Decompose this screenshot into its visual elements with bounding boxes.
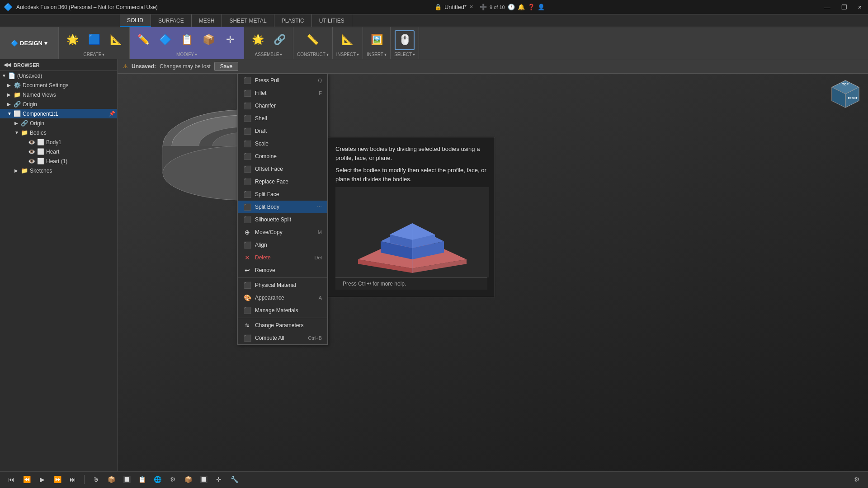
tree-item-origin-root[interactable]: ▶ 🔗 Origin [0,99,117,109]
menu-item-combine[interactable]: ⬛ Combine [238,150,327,163]
construct-plane-btn[interactable]: 📏 [303,30,323,50]
menu-item-split-face[interactable]: ⬛ Split Face [238,188,327,201]
minimize-button[interactable]: — [821,3,833,12]
menu-item-change-params[interactable]: fx Change Parameters [238,319,327,332]
assemble-joint-btn[interactable]: 🔗 [269,30,289,50]
tab-plastic[interactable]: PLASTIC [274,14,312,27]
select-tool-btn[interactable]: 🖱️ [395,30,415,50]
menu-item-fillet[interactable]: ⬛ Fillet F [238,87,327,99]
create-sketch-btn[interactable]: 📐 [106,30,126,50]
tab-solid[interactable]: SOLID [120,14,151,27]
tree-item-bodies[interactable]: ▼ 📁 Bodies [0,128,117,137]
assemble-label[interactable]: ASSEMBLE ▾ [255,52,283,57]
viewport-3d[interactable]: TOP FRONT ⬛ Press Pull Q ⬛ [118,74,868,471]
axis-cube-navigator[interactable]: TOP FRONT [827,78,863,114]
tree-item-named-views[interactable]: ▶ 📁 Named Views [0,90,117,99]
menu-item-appearance[interactable]: 🎨 Appearance A [238,291,327,304]
menu-item-move-copy[interactable]: ⊕ Move/Copy M [238,226,327,239]
menu-label-split-body: Split Body [255,204,279,210]
new-tab-icon[interactable]: ➕ [480,4,487,10]
tab-mesh[interactable]: MESH [192,14,222,27]
modify-move-btn[interactable]: ✛ [220,30,240,50]
menu-item-offset-face[interactable]: ⬛ Offset Face [238,163,327,175]
joint-status-btn[interactable]: 🔲 [198,474,209,485]
menu-item-silhouette-split[interactable]: ⬛ Silhouette Split [238,213,327,226]
tree-item-doc-settings[interactable]: ▶ ⚙️ Document Settings [0,80,117,90]
menu-item-physical-material[interactable]: ⬛ Physical Material [238,279,327,291]
settings-status-button[interactable]: ⚙ [851,474,863,485]
assemble-new-joint-btn[interactable]: 🌟 [248,30,268,50]
tree-item-heart1[interactable]: 👁️ ⬜ Heart (1) [0,156,117,166]
menu-label-split-face: Split Face [255,191,279,197]
modify-press-pull-btn[interactable]: ✏️ [133,30,153,50]
menu-item-draft[interactable]: ⬛ Draft [238,125,327,137]
playback-back-button[interactable]: ⏪ [21,474,33,485]
mesh-status-btn[interactable]: 🌐 [151,474,163,485]
select-tool-status-btn[interactable]: 🖱 [90,474,102,485]
create-label[interactable]: CREATE ▾ [84,52,105,57]
select-label[interactable]: SELECT ▾ [394,52,415,57]
clock-icon[interactable]: 🕐 [508,4,515,10]
file-title[interactable]: Untitled* [444,4,467,10]
sketch-status-btn[interactable]: 📦 [105,474,117,485]
tree-item-origin-comp[interactable]: ▶ 🔗 Origin [0,118,117,128]
playback-end-button[interactable]: ⏭ [67,474,79,485]
unsaved-subtext: Changes may be lost [160,63,211,70]
tree-item-unsaved[interactable]: ▼ 📄 (Unsaved) [0,71,117,80]
tab-utilities[interactable]: UTILITIES [312,14,352,27]
create-new-component-btn[interactable]: 🌟 [62,30,82,50]
origin-status-btn[interactable]: 📦 [182,474,194,485]
tree-item-component1[interactable]: ▼ ⬜ Component1:1 📌 [0,109,117,118]
menu-label-delete: Delete [255,254,271,261]
modify-shell-btn[interactable]: 📦 [198,30,218,50]
construct-label[interactable]: CONSTRUCT ▾ [297,52,329,57]
insert-image-btn[interactable]: 🖼️ [367,30,387,50]
modify-fillet-btn[interactable]: 🔷 [155,30,175,50]
maximize-button[interactable]: ❐ [839,3,850,12]
menu-item-scale[interactable]: ⬛ Scale [238,137,327,150]
tree-item-sketches[interactable]: ▶ 📁 Sketches [0,166,117,175]
inspect-label[interactable]: INSPECT ▾ [336,52,359,57]
move-status-btn[interactable]: ✛ [213,474,225,485]
menu-item-split-body[interactable]: ⬛ Split Body ⋯ [238,201,327,213]
tab-surface[interactable]: SURFACE [151,14,192,27]
menu-item-compute-all[interactable]: ⬛ Compute All Ctrl+B [238,332,327,344]
menu-item-delete[interactable]: ✕ Delete Del [238,251,327,264]
browser-collapse-icon[interactable]: ◀◀ [4,62,11,68]
menu-label-draft: Draft [255,128,267,134]
modify-label[interactable]: MODIFY ▾ [176,52,197,57]
body-status-btn[interactable]: 🔲 [121,474,132,485]
menu-label-remove: Remove [255,267,275,273]
menu-item-press-pull[interactable]: ⬛ Press Pull Q [238,74,327,87]
playback-play-button[interactable]: ▶ [36,474,48,485]
help-icon[interactable]: ❓ [528,4,535,10]
close-tab-icon[interactable]: ✕ [469,4,473,10]
menu-item-chamfer[interactable]: ⬛ Chamfer [238,99,327,112]
save-button[interactable]: Save [214,62,238,71]
display-status-btn[interactable]: 🔧 [228,474,240,485]
inspect-measure-btn[interactable]: 📐 [338,30,358,50]
design-button[interactable]: 🔷 DESIGN ▾ [0,27,59,59]
bell-icon[interactable]: 🔔 [518,4,525,10]
tree-label-body1: Body1 [46,139,61,145]
create-extrude-btn[interactable]: 🟦 [84,30,104,50]
expand-arrow-bodies: ▼ [14,130,20,135]
component-status-btn[interactable]: 📋 [136,474,148,485]
user-icon[interactable]: 👤 [538,4,545,10]
menu-item-align[interactable]: ⬛ Align [238,239,327,251]
playback-start-button[interactable]: ⏮ [5,474,17,485]
tree-item-heart[interactable]: 👁️ ⬜ Heart [0,147,117,156]
menu-item-replace-face[interactable]: ⬛ Replace Face [238,175,327,188]
menu-item-manage-materials[interactable]: ⬛ Manage Materials [238,304,327,317]
playback-forward-button[interactable]: ⏩ [52,474,63,485]
construction-status-btn[interactable]: ⚙ [167,474,179,485]
modify-chamfer-btn[interactable]: 📋 [177,30,197,50]
menu-item-shell[interactable]: ⬛ Shell [238,112,327,125]
draft-menu-icon: ⬛ [243,127,251,135]
close-button[interactable]: × [855,3,864,12]
insert-label[interactable]: INSERT ▾ [367,52,387,57]
menu-item-remove[interactable]: ↩ Remove [238,264,327,277]
tab-sheetmetal[interactable]: SHEET METAL [222,14,274,27]
tree-label-named-views: Named Views [23,92,56,98]
tree-item-body1[interactable]: 👁️ ⬜ Body1 [0,137,117,147]
